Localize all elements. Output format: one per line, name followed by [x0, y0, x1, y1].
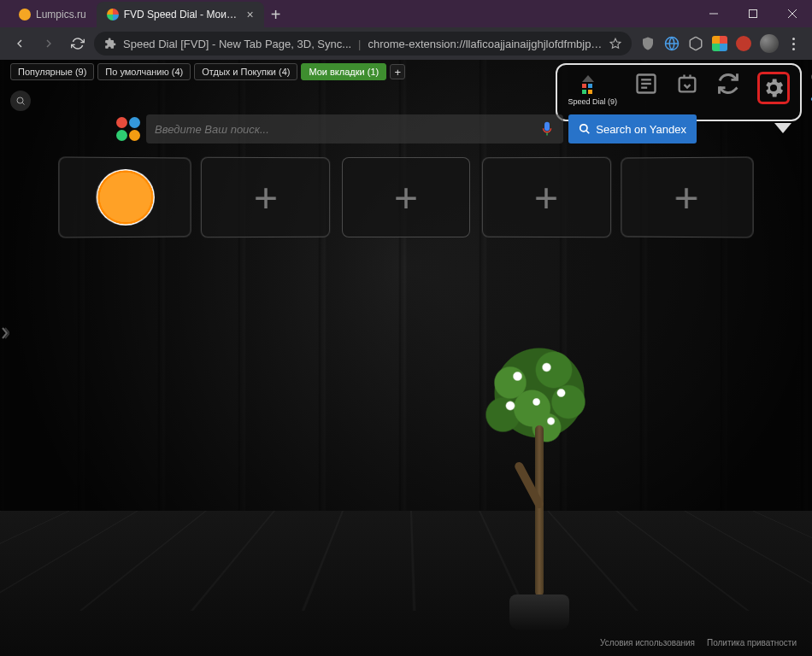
forward-button[interactable]: [36, 31, 62, 56]
sync-button[interactable]: [716, 72, 740, 96]
speeddial-ext-icon[interactable]: [712, 36, 727, 51]
newspaper-icon: [634, 72, 658, 96]
toolbar-panel: Speed Dial (9): [556, 63, 802, 121]
group-default[interactable]: По умолчанию (4): [97, 63, 191, 80]
dial-add-3[interactable]: +: [342, 157, 470, 237]
svg-line-7: [22, 102, 24, 104]
dial-1[interactable]: [58, 156, 191, 237]
plus-icon: +: [534, 173, 558, 220]
svg-rect-9: [588, 84, 592, 88]
chevron-right-icon: [1, 325, 9, 342]
orange-slice-icon: [97, 169, 155, 226]
maximize-button[interactable]: [733, 0, 773, 27]
dial-add-5[interactable]: +: [621, 156, 753, 237]
zoom-button[interactable]: [10, 91, 31, 111]
privacy-link[interactable]: Политика приватности: [707, 638, 797, 647]
svg-rect-11: [588, 90, 592, 94]
terms-link[interactable]: Условия использования: [600, 638, 695, 647]
extension-globe-icon[interactable]: [664, 36, 680, 51]
minimize-button[interactable]: [694, 0, 733, 27]
tab-title: Lumpics.ru: [36, 9, 86, 20]
speed-dial-logo-icon: [115, 116, 141, 142]
add-group-button[interactable]: +: [390, 64, 405, 79]
group-shopping[interactable]: Отдых и Покупки (4): [194, 63, 297, 80]
settings-button[interactable]: [757, 72, 790, 104]
yandex-label: Search on Yandex: [596, 123, 686, 136]
home-dials-icon: [580, 72, 604, 96]
extenstion-red-icon[interactable]: [736, 36, 751, 51]
svg-rect-19: [546, 133, 548, 136]
extension-icon: [104, 38, 116, 50]
voice-search-icon[interactable]: [539, 121, 555, 137]
plus-icon: +: [674, 173, 699, 220]
extension-cube-icon[interactable]: [688, 36, 703, 51]
gear-icon: [762, 76, 786, 100]
plus-icon: +: [394, 174, 418, 221]
svg-rect-1: [750, 10, 757, 18]
group-tabs-strip: Популярные (9) По умолчанию (4) Отдых и …: [10, 63, 405, 80]
decorative-plant: [471, 340, 608, 630]
group-popular[interactable]: Популярные (9): [10, 63, 94, 80]
favicon-icon: [19, 9, 31, 20]
search-yandex-button[interactable]: Search on Yandex: [568, 114, 697, 144]
star-icon[interactable]: [609, 38, 621, 50]
url-text: chrome-extension://llaficoajjainaijghjlo…: [368, 38, 603, 50]
new-tab-button[interactable]: +: [264, 5, 288, 25]
close-window-button[interactable]: [773, 0, 812, 27]
speed-dial-button[interactable]: Speed Dial (9): [568, 72, 617, 106]
floor-reflection: [0, 511, 812, 656]
search-icon: [579, 123, 591, 135]
search-field[interactable]: [146, 114, 563, 144]
back-button[interactable]: [7, 31, 32, 56]
group-my-tabs[interactable]: Мои вкладки (1): [301, 63, 386, 80]
svg-point-6: [17, 97, 23, 103]
magnifier-icon: [15, 96, 26, 106]
extension-name: Speed Dial [FVD] - New Tab Page, 3D, Syn…: [123, 38, 351, 50]
ublock-icon[interactable]: [640, 36, 656, 51]
svg-marker-4: [610, 38, 621, 48]
expand-sidebar-handle[interactable]: [0, 316, 10, 350]
profile-avatar[interactable]: [760, 34, 779, 53]
address-bar[interactable]: Speed Dial [FVD] - New Tab Page, 3D, Syn…: [94, 32, 632, 56]
dial-add-4[interactable]: +: [482, 157, 611, 238]
tab-title: FVD Speed Dial - Мои вкладки: [124, 9, 238, 20]
svg-point-20: [580, 125, 587, 132]
browser-menu-button[interactable]: [787, 38, 800, 50]
svg-line-21: [586, 131, 590, 134]
dial-add-2[interactable]: +: [201, 157, 330, 238]
recently-closed-button[interactable]: [675, 72, 699, 96]
search-input[interactable]: [155, 123, 539, 136]
collapse-panel-button[interactable]: [774, 123, 791, 133]
sync-icon: [716, 72, 740, 96]
browser-tab-speeddial[interactable]: FVD Speed Dial - Мои вкладки ×: [97, 2, 264, 27]
most-visited-button[interactable]: [634, 72, 658, 96]
browser-tab-lumpics[interactable]: Lumpics.ru: [9, 2, 97, 27]
svg-rect-8: [582, 84, 586, 88]
svg-rect-16: [680, 78, 696, 91]
close-icon[interactable]: ×: [247, 8, 254, 21]
speed-dial-label: Speed Dial (9): [568, 97, 617, 106]
svg-rect-10: [582, 90, 586, 94]
favicon-icon: [107, 9, 119, 20]
plus-icon: +: [254, 173, 278, 220]
restore-icon: [675, 72, 699, 96]
reload-button[interactable]: [65, 31, 91, 56]
dials-row: + + + +: [62, 157, 750, 237]
